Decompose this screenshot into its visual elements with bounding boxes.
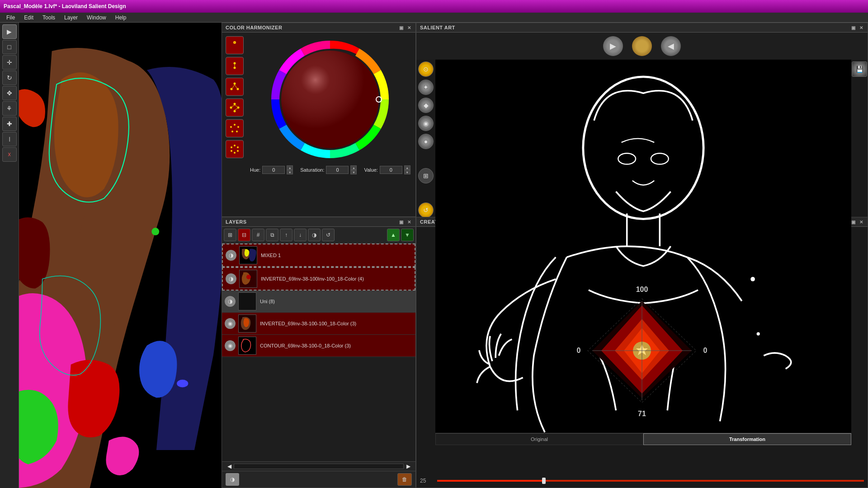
svg-point-33 [281, 51, 379, 148]
harmony-btn-3[interactable] [226, 78, 244, 96]
layers-close[interactable]: ✕ [407, 220, 411, 225]
layer-refresh-btn[interactable]: ↺ [322, 229, 335, 241]
layers-visibility-btn[interactable]: ◑ [226, 473, 239, 486]
move-tool[interactable]: ✛ [2, 55, 17, 70]
menu-edit[interactable]: Edit [19, 14, 38, 22]
harmony-btn-4[interactable] [226, 99, 244, 117]
layer-copy-btn[interactable]: ⧉ [266, 229, 278, 241]
main-area: ▶ □ ✛ ↻ ✥ ⚘ ✚ ⁞ ☓ [0, 23, 868, 488]
harmony-btn-1[interactable] [226, 36, 244, 54]
svg-point-26 [237, 146, 239, 148]
svg-point-25 [234, 145, 236, 146]
scroll-left-btn[interactable]: ◀ [225, 463, 234, 469]
layer-up-move-btn[interactable]: ▲ [387, 229, 400, 241]
menu-window[interactable]: Window [82, 14, 111, 22]
layer-group-btn[interactable]: # [252, 229, 264, 241]
layer-row[interactable]: ◉ INVERTED_69Inv-38-100-100_18-Color (3) [222, 313, 415, 335]
layers-minimize[interactable]: ▣ [399, 220, 404, 225]
salient-circle-btn[interactable]: ⊙ [418, 61, 434, 77]
layer-eye-5[interactable]: ◉ [225, 340, 236, 351]
layer-up-btn[interactable]: ↑ [280, 229, 292, 241]
hue-up[interactable]: ▲ [287, 165, 293, 170]
salient-minimize[interactable]: ▣ [851, 25, 856, 30]
pan-tool[interactable]: ✚ [2, 117, 17, 131]
layer-thumb-2 [239, 270, 257, 288]
creative-slider[interactable] [437, 480, 864, 482]
layer-row[interactable]: ◑ Uni (8) [222, 291, 415, 313]
menu-file[interactable]: File [2, 14, 19, 22]
menu-layer[interactable]: Layer [60, 14, 82, 22]
salient-star-btn[interactable]: ✦ [418, 80, 434, 95]
close-btn[interactable]: ✕ [407, 25, 411, 30]
layers-trash-btn[interactable]: 🗑 [397, 473, 412, 486]
menu-tools[interactable]: Tools [38, 14, 60, 22]
layer-eye-4[interactable]: ◉ [225, 318, 236, 329]
menu-help[interactable]: Help [111, 14, 131, 22]
transform-tool[interactable]: □ [2, 40, 17, 54]
minimize-btn[interactable]: ▣ [399, 25, 404, 30]
layer-eye-2[interactable]: ◑ [226, 273, 236, 284]
layer-eye-3[interactable]: ◑ [225, 296, 236, 307]
svg-point-10 [237, 88, 239, 90]
layer-eye-1[interactable]: ◑ [226, 250, 236, 261]
value-input[interactable] [380, 166, 402, 174]
svg-point-16 [230, 107, 232, 109]
harmony-btn-2[interactable] [226, 57, 244, 75]
panel-controls: ▣ ✕ [398, 25, 412, 30]
salient-rotate-btn[interactable]: ↺ [418, 202, 434, 218]
svg-point-15 [234, 110, 236, 113]
layer-name-2: INVERTED_69Inv-38-100Inv-100_18-Color (4… [261, 276, 412, 282]
layers-title: Layers [226, 219, 247, 225]
val-up[interactable]: ▲ [404, 165, 410, 170]
creative-header-controls: ▣ ✕ [850, 220, 864, 225]
layer-down-btn[interactable]: ↓ [294, 229, 307, 241]
val-down[interactable]: ▼ [404, 170, 410, 174]
creative-minimize[interactable]: ▣ [851, 220, 856, 225]
sat-down[interactable]: ▼ [350, 170, 357, 174]
hue-input[interactable] [262, 166, 285, 174]
salient-grid-btn[interactable]: ⊞ [418, 168, 434, 183]
salient-art-panel: Salient Art ▣ ✕ ▶ ◀ [416, 23, 868, 217]
salient-config-btn[interactable] [632, 36, 652, 56]
salient-diamond-btn[interactable]: ◆ [418, 98, 434, 113]
layer-row[interactable]: ◑ INVERTED_69Inv-38-100Inv-100_18-Color … [222, 267, 415, 291]
salient-sphere-btn[interactable]: ● [418, 134, 434, 149]
harmony-btn-6[interactable] [226, 140, 244, 158]
layer-down-move-btn[interactable]: ▼ [401, 229, 414, 241]
layers-panel: Layers ▣ ✕ ⊞ ⊟ # ⧉ ↑ ↓ ◑ ↺ ▲ [222, 217, 416, 488]
title-text: Pascal_Modèle 1.lvf* - Laoviland Salient… [4, 3, 126, 9]
scroll-right-btn[interactable]: ▶ [404, 463, 413, 469]
salient-play-btn[interactable]: ▶ [603, 36, 623, 56]
scroll-track[interactable] [234, 464, 404, 469]
creative-diamond-chart: 100 0 0 71 [565, 283, 719, 418]
svg-point-27 [237, 150, 239, 152]
hue-down[interactable]: ▼ [287, 170, 293, 174]
layer-new-btn[interactable]: ⊞ [224, 229, 236, 241]
harmony-btn-5[interactable] [226, 119, 244, 137]
color-wheel[interactable] [267, 36, 393, 163]
layer-delete-btn[interactable]: ⊟ [238, 229, 250, 241]
edition-canvas[interactable] [19, 23, 222, 488]
select-tool[interactable]: ▶ [2, 24, 17, 39]
align-tool[interactable]: ⁞ [2, 132, 17, 146]
creative-close[interactable]: ✕ [859, 220, 863, 225]
delete-tool[interactable]: ☓ [2, 147, 17, 162]
scale-tool[interactable]: ✥ [2, 86, 17, 100]
menu-bar: File Edit Tools Layer Window Help [0, 13, 868, 23]
warp-tool[interactable]: ⚘ [2, 101, 17, 116]
layer-thumb-5 [238, 337, 256, 355]
svg-text:100: 100 [636, 286, 648, 293]
salient-close[interactable]: ✕ [859, 25, 863, 30]
saturation-input[interactable] [326, 166, 349, 174]
rotate-tool[interactable]: ↻ [2, 70, 17, 85]
salient-back-btn[interactable]: ◀ [661, 36, 681, 56]
layer-name-1: MIXED 1 [261, 253, 412, 258]
svg-rect-46 [239, 293, 256, 310]
svg-marker-36 [639, 42, 645, 48]
salient-save-btn[interactable]: 💾 [852, 61, 867, 77]
sat-up[interactable]: ▲ [350, 165, 357, 170]
layer-row[interactable]: ◑ MIXED 1 [222, 244, 415, 267]
layer-row[interactable]: ◉ CONTOUR_69Inv-38-100-0_18-Color (3) [222, 335, 415, 357]
salient-color-btn[interactable]: ◉ [418, 116, 434, 131]
layer-blend-btn[interactable]: ◑ [308, 229, 321, 241]
